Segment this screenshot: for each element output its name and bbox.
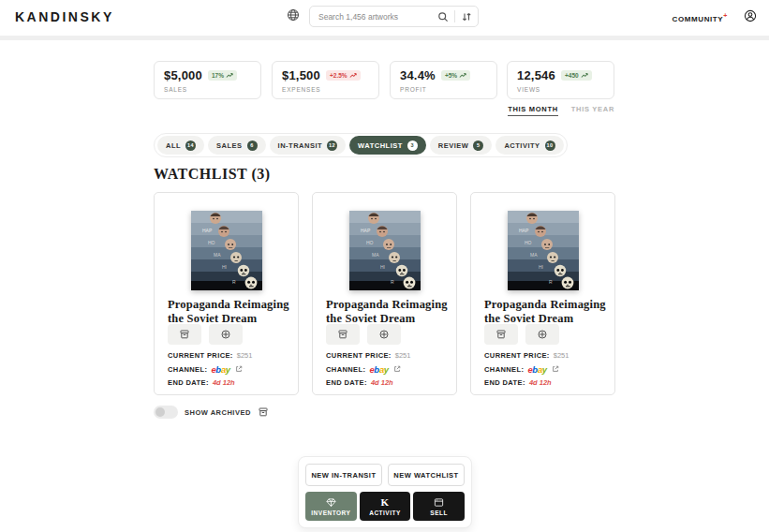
- tab-this-year[interactable]: THIS YEAR: [571, 105, 614, 116]
- action-bar: NEW IN-TRANSIT NEW WATCHLIST INVENTORY K…: [298, 456, 472, 528]
- archive-button[interactable]: [326, 324, 360, 345]
- show-archived-row: SHOW ARCHIVED: [154, 406, 269, 419]
- trend-up-icon: [581, 72, 588, 79]
- language-globe-icon[interactable]: [287, 8, 302, 23]
- ebay-logo[interactable]: ebay: [211, 364, 229, 375]
- track-target-button[interactable]: [209, 324, 243, 345]
- svg-text:HO: HO: [208, 240, 215, 245]
- tab-this-month[interactable]: THIS MONTH: [508, 105, 558, 116]
- ebay-logo[interactable]: ebay: [369, 364, 388, 375]
- end-date-label: END DATE:: [326, 378, 367, 387]
- filter-pill-activity[interactable]: ACTIVITY 10: [495, 136, 563, 155]
- stat-value: 12,546: [517, 68, 555, 82]
- storefront-window-icon: [434, 497, 444, 508]
- filter-pill-watchlist[interactable]: WATCHLIST 3: [349, 136, 426, 155]
- watchlist-card[interactable]: HAP HO MA HI R Propaganda Reimaging the …: [154, 192, 299, 395]
- pill-label: IN-TRANSIT: [278, 141, 323, 150]
- filter-bar: ALL 14 SALES 6 IN-TRANSIT 12 WATCHLIST 3…: [154, 133, 568, 157]
- stat-value: $1,500: [282, 68, 320, 82]
- svg-text:MA: MA: [530, 252, 538, 258]
- community-label: COMMUNITY: [673, 15, 724, 23]
- track-target-button[interactable]: [367, 324, 401, 345]
- channel-label: CHANNEL:: [484, 365, 524, 374]
- end-date-value: 4d 12h: [371, 378, 393, 387]
- trend-up-icon: [349, 72, 357, 79]
- search-icon[interactable]: [437, 11, 449, 22]
- external-link-icon[interactable]: [235, 365, 243, 373]
- brand-logo[interactable]: KANDINSKY: [15, 9, 114, 24]
- price-label: CURRENT PRICE:: [326, 351, 392, 360]
- stat-label: EXPENSES: [282, 86, 369, 93]
- filter-pill-in-transit[interactable]: IN-TRANSIT 12: [270, 136, 347, 155]
- pill-label: SALES: [216, 141, 243, 150]
- stat-label: VIEWS: [517, 86, 604, 93]
- trend-up-icon: [226, 72, 233, 79]
- price-value: $251: [395, 351, 411, 360]
- artwork-image: HAP HO MA HI R: [508, 211, 579, 290]
- search-input[interactable]: [318, 12, 437, 22]
- archive-button[interactable]: [484, 324, 518, 345]
- artwork-title: Propaganda Reimaging the Soviet Dream: [168, 298, 291, 326]
- stat-delta: +450: [565, 72, 579, 79]
- price-label: CURRENT PRICE:: [168, 351, 233, 360]
- artwork-image: HAP HO MA HI R: [349, 211, 421, 290]
- nav-sell-button[interactable]: SELL: [413, 492, 465, 521]
- nav-label: SELL: [430, 510, 448, 516]
- external-link-icon[interactable]: [552, 365, 559, 373]
- filter-pill-review[interactable]: REVIEW 5: [430, 136, 493, 155]
- search-box: [309, 6, 479, 27]
- new-in-transit-button[interactable]: NEW IN-TRANSIT: [305, 464, 382, 486]
- svg-text:HAP: HAP: [519, 228, 529, 233]
- pill-label: WATCHLIST: [358, 141, 403, 150]
- external-link-icon[interactable]: [393, 365, 401, 373]
- nav-inventory-button[interactable]: INVENTORY: [305, 492, 357, 521]
- community-link[interactable]: COMMUNITY+: [673, 12, 728, 23]
- artwork-image: HAP HO MA HI R: [191, 211, 262, 290]
- pill-label: REVIEW: [438, 141, 469, 150]
- stat-value: 34.4%: [400, 68, 436, 82]
- stat-value: $5,000: [164, 68, 202, 82]
- pill-label: ACTIVITY: [504, 141, 540, 150]
- filter-pill-all[interactable]: ALL 14: [157, 136, 204, 155]
- artwork-title: Propaganda Reimaging the Soviet Dream: [326, 298, 450, 326]
- svg-text:MA: MA: [372, 252, 379, 258]
- artwork-title: Propaganda Reimaging the Soviet Dream: [484, 298, 608, 326]
- show-archived-label: SHOW ARCHIVED: [185, 408, 251, 417]
- watchlist-card[interactable]: HAP HO MA HI R Propaganda Reimaging the …: [470, 192, 615, 395]
- price-value: $251: [554, 351, 569, 360]
- archive-button[interactable]: [168, 324, 201, 345]
- stat-card-sales: $5,000 17% SALES: [154, 61, 261, 99]
- svg-text:HO: HO: [366, 240, 374, 245]
- top-header: KANDINSKY COMMUNITY+: [0, 0, 769, 34]
- stat-delta: +5%: [445, 72, 457, 79]
- kandinsky-k-icon: K: [380, 497, 389, 508]
- stat-card-profit: 34.4% +5% PROFIT: [390, 61, 497, 99]
- pill-count-badge: 6: [247, 140, 258, 151]
- archive-icon: [258, 406, 269, 418]
- stat-delta: +2.5%: [330, 72, 348, 79]
- stat-delta: 17%: [212, 72, 224, 79]
- pill-count-badge: 14: [185, 140, 196, 151]
- ebay-logo[interactable]: ebay: [527, 364, 546, 375]
- sort-icon[interactable]: [461, 11, 472, 22]
- track-target-button[interactable]: [525, 324, 559, 345]
- section-title: WATCHLIST (3): [154, 166, 271, 183]
- svg-text:MA: MA: [214, 252, 221, 258]
- stat-label: SALES: [164, 86, 251, 93]
- page: KANDINSKY COMMUNITY+: [0, 0, 769, 532]
- pill-label: ALL: [166, 141, 181, 150]
- price-value: $251: [237, 351, 253, 360]
- pill-count-badge: 12: [327, 140, 337, 151]
- stat-card-views: 12,546 +450 VIEWS: [507, 61, 614, 99]
- filter-pill-sales[interactable]: SALES 6: [208, 136, 266, 155]
- account-icon[interactable]: [744, 9, 758, 23]
- watchlist-card[interactable]: HAP HO MA HI R Propaganda Reimaging the …: [312, 192, 457, 395]
- svg-text:R: R: [549, 279, 553, 285]
- nav-activity-button[interactable]: K ACTIVITY: [360, 492, 411, 521]
- nav-label: INVENTORY: [311, 510, 350, 516]
- new-watchlist-button[interactable]: NEW WATCHLIST: [388, 464, 465, 486]
- show-archived-toggle[interactable]: [154, 406, 178, 419]
- header-divider: [0, 36, 769, 40]
- stat-card-expenses: $1,500 +2.5% EXPENSES: [272, 61, 379, 99]
- svg-text:R: R: [232, 279, 236, 285]
